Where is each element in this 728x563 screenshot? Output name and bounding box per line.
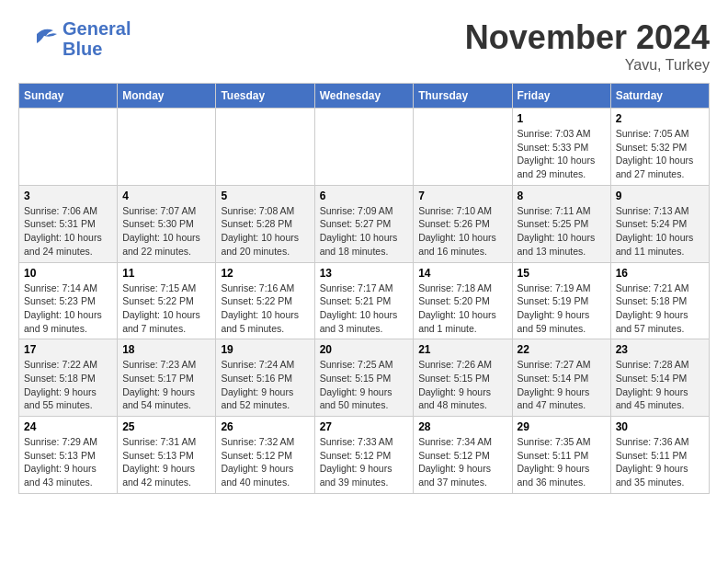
- day-cell: 14Sunrise: 7:18 AMSunset: 5:20 PMDayligh…: [414, 262, 512, 339]
- day-number: 28: [418, 420, 506, 433]
- week-row-1: 1Sunrise: 7:03 AMSunset: 5:33 PMDaylight…: [19, 109, 710, 186]
- day-cell: 16Sunrise: 7:21 AMSunset: 5:18 PMDayligh…: [610, 262, 709, 339]
- day-info: Sunrise: 7:35 AMSunset: 5:11 PMDaylight:…: [518, 435, 606, 489]
- day-number: 15: [518, 267, 606, 280]
- day-info: Sunrise: 7:22 AMSunset: 5:18 PMDaylight:…: [24, 358, 112, 412]
- day-cell: 30Sunrise: 7:36 AMSunset: 5:11 PMDayligh…: [610, 417, 709, 494]
- day-number: 23: [616, 343, 704, 356]
- day-info: Sunrise: 7:08 AMSunset: 5:28 PMDaylight:…: [221, 204, 309, 259]
- day-number: 24: [24, 420, 112, 433]
- day-info: Sunrise: 7:14 AMSunset: 5:23 PMDaylight:…: [24, 282, 112, 336]
- logo-blue: Blue: [63, 39, 102, 59]
- day-info: Sunrise: 7:05 AMSunset: 5:32 PMDaylight:…: [616, 127, 704, 181]
- day-cell: 12Sunrise: 7:16 AMSunset: 5:22 PMDayligh…: [216, 262, 314, 339]
- month-title: November 2024: [465, 18, 710, 57]
- day-info: Sunrise: 7:16 AMSunset: 5:22 PMDaylight:…: [221, 282, 309, 336]
- weekday-header-tuesday: Tuesday: [216, 84, 314, 109]
- day-cell: 8Sunrise: 7:11 AMSunset: 5:25 PMDaylight…: [512, 185, 610, 262]
- day-cell: 4Sunrise: 7:07 AMSunset: 5:30 PMDaylight…: [118, 185, 216, 262]
- day-number: 4: [122, 190, 210, 202]
- day-cell: [19, 109, 118, 186]
- day-info: Sunrise: 7:18 AMSunset: 5:20 PMDaylight:…: [418, 282, 506, 336]
- day-cell: 10Sunrise: 7:14 AMSunset: 5:23 PMDayligh…: [19, 262, 118, 339]
- day-info: Sunrise: 7:34 AMSunset: 5:12 PMDaylight:…: [418, 435, 506, 489]
- day-number: 18: [122, 343, 210, 356]
- day-cell: 24Sunrise: 7:29 AMSunset: 5:13 PMDayligh…: [19, 417, 118, 494]
- day-cell: 23Sunrise: 7:28 AMSunset: 5:14 PMDayligh…: [610, 339, 709, 417]
- week-row-3: 10Sunrise: 7:14 AMSunset: 5:23 PMDayligh…: [19, 262, 710, 339]
- day-cell: 13Sunrise: 7:17 AMSunset: 5:21 PMDayligh…: [314, 262, 414, 339]
- day-info: Sunrise: 7:03 AMSunset: 5:33 PMDaylight:…: [518, 127, 606, 181]
- day-info: Sunrise: 7:19 AMSunset: 5:19 PMDaylight:…: [518, 282, 606, 336]
- day-cell: 17Sunrise: 7:22 AMSunset: 5:18 PMDayligh…: [19, 339, 118, 417]
- day-cell: 25Sunrise: 7:31 AMSunset: 5:13 PMDayligh…: [118, 417, 216, 494]
- day-number: 3: [24, 190, 112, 202]
- day-cell: 3Sunrise: 7:06 AMSunset: 5:31 PMDaylight…: [19, 185, 118, 262]
- day-number: 12: [221, 267, 309, 280]
- day-info: Sunrise: 7:10 AMSunset: 5:26 PMDaylight:…: [418, 204, 506, 259]
- day-number: 14: [418, 267, 506, 280]
- weekday-header-monday: Monday: [118, 84, 216, 109]
- day-number: 5: [221, 190, 309, 202]
- day-number: 16: [616, 267, 704, 280]
- week-row-4: 17Sunrise: 7:22 AMSunset: 5:18 PMDayligh…: [19, 339, 710, 417]
- day-cell: 15Sunrise: 7:19 AMSunset: 5:19 PMDayligh…: [512, 262, 610, 339]
- day-number: 20: [320, 343, 409, 356]
- logo-general: General: [63, 18, 131, 39]
- day-number: 25: [122, 420, 210, 433]
- day-cell: 22Sunrise: 7:27 AMSunset: 5:14 PMDayligh…: [512, 339, 610, 417]
- day-number: 17: [24, 343, 112, 356]
- day-number: 19: [221, 343, 309, 356]
- day-info: Sunrise: 7:23 AMSunset: 5:17 PMDaylight:…: [122, 358, 210, 412]
- day-number: 1: [518, 112, 606, 125]
- day-info: Sunrise: 7:24 AMSunset: 5:16 PMDaylight:…: [221, 358, 309, 412]
- day-number: 2: [616, 112, 704, 125]
- day-number: 10: [24, 267, 112, 280]
- day-cell: [314, 109, 414, 186]
- day-cell: 29Sunrise: 7:35 AMSunset: 5:11 PMDayligh…: [512, 417, 610, 494]
- day-number: 7: [418, 190, 506, 202]
- day-cell: 2Sunrise: 7:05 AMSunset: 5:32 PMDaylight…: [610, 109, 709, 186]
- day-number: 30: [616, 420, 704, 433]
- day-info: Sunrise: 7:28 AMSunset: 5:14 PMDaylight:…: [616, 358, 704, 412]
- day-cell: 11Sunrise: 7:15 AMSunset: 5:22 PMDayligh…: [118, 262, 216, 339]
- calendar-table: SundayMondayTuesdayWednesdayThursdayFrid…: [18, 83, 710, 494]
- day-info: Sunrise: 7:26 AMSunset: 5:15 PMDaylight:…: [418, 358, 506, 412]
- day-info: Sunrise: 7:15 AMSunset: 5:22 PMDaylight:…: [122, 282, 210, 336]
- weekday-header-row: SundayMondayTuesdayWednesdayThursdayFrid…: [19, 84, 710, 109]
- day-number: 22: [518, 343, 606, 356]
- day-info: Sunrise: 7:25 AMSunset: 5:15 PMDaylight:…: [320, 358, 409, 412]
- day-number: 29: [518, 420, 606, 433]
- day-cell: 18Sunrise: 7:23 AMSunset: 5:17 PMDayligh…: [118, 339, 216, 417]
- day-info: Sunrise: 7:09 AMSunset: 5:27 PMDaylight:…: [320, 204, 409, 259]
- day-cell: 26Sunrise: 7:32 AMSunset: 5:12 PMDayligh…: [216, 417, 314, 494]
- logo: General Blue: [18, 18, 131, 59]
- day-info: Sunrise: 7:07 AMSunset: 5:30 PMDaylight:…: [122, 204, 210, 259]
- day-cell: 28Sunrise: 7:34 AMSunset: 5:12 PMDayligh…: [414, 417, 512, 494]
- day-info: Sunrise: 7:11 AMSunset: 5:25 PMDaylight:…: [518, 204, 606, 259]
- day-info: Sunrise: 7:17 AMSunset: 5:21 PMDaylight:…: [320, 282, 409, 336]
- week-row-2: 3Sunrise: 7:06 AMSunset: 5:31 PMDaylight…: [19, 185, 710, 262]
- day-cell: [118, 109, 216, 186]
- day-number: 13: [320, 267, 409, 280]
- day-info: Sunrise: 7:31 AMSunset: 5:13 PMDaylight:…: [122, 435, 210, 489]
- day-cell: 9Sunrise: 7:13 AMSunset: 5:24 PMDaylight…: [610, 185, 709, 262]
- day-info: Sunrise: 7:33 AMSunset: 5:12 PMDaylight:…: [320, 435, 409, 489]
- day-info: Sunrise: 7:32 AMSunset: 5:12 PMDaylight:…: [221, 435, 309, 489]
- day-number: 11: [122, 267, 210, 280]
- week-row-5: 24Sunrise: 7:29 AMSunset: 5:13 PMDayligh…: [19, 417, 710, 494]
- weekday-header-friday: Friday: [512, 84, 610, 109]
- weekday-header-sunday: Sunday: [19, 84, 118, 109]
- day-cell: [414, 109, 512, 186]
- day-cell: 6Sunrise: 7:09 AMSunset: 5:27 PMDaylight…: [314, 185, 414, 262]
- weekday-header-wednesday: Wednesday: [314, 84, 414, 109]
- day-info: Sunrise: 7:13 AMSunset: 5:24 PMDaylight:…: [616, 204, 704, 259]
- day-number: 8: [518, 190, 606, 202]
- day-cell: [216, 109, 314, 186]
- day-cell: 1Sunrise: 7:03 AMSunset: 5:33 PMDaylight…: [512, 109, 610, 186]
- day-info: Sunrise: 7:36 AMSunset: 5:11 PMDaylight:…: [616, 435, 704, 489]
- day-number: 6: [320, 190, 409, 202]
- day-cell: 27Sunrise: 7:33 AMSunset: 5:12 PMDayligh…: [314, 417, 414, 494]
- day-cell: 5Sunrise: 7:08 AMSunset: 5:28 PMDaylight…: [216, 185, 314, 262]
- weekday-header-thursday: Thursday: [414, 84, 512, 109]
